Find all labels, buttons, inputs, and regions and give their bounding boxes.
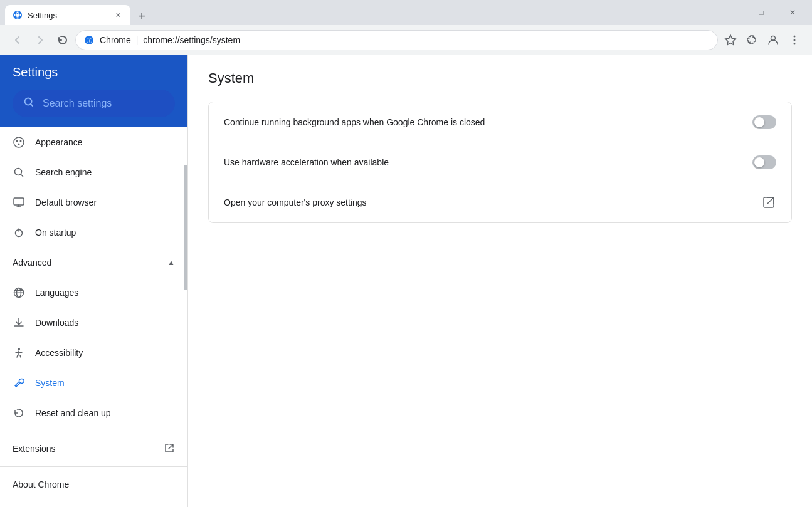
sidebar-item-accessibility[interactable]: Accessibility [0,338,187,368]
advanced-label: Advanced [13,258,157,268]
url-host: Chrome [100,35,131,45]
wrench-icon [13,377,25,389]
tab-title: Settings [28,11,108,20]
hardware-acceleration-row: Use hardware acceleration when available [209,142,791,182]
extensions-external-icon [164,442,175,456]
svg-point-9 [16,140,18,142]
page-title: System [208,70,792,86]
power-icon [13,226,25,239]
extensions-puzzle-button[interactable] [742,30,762,50]
svg-point-4 [794,35,796,37]
background-apps-toggle[interactable] [752,115,776,129]
search-wrapper[interactable] [13,90,175,117]
url-divider: | [136,35,139,45]
active-tab[interactable]: Settings ✕ [5,5,130,25]
download-icon [13,316,25,329]
svg-text:ⓘ: ⓘ [87,38,92,44]
proxy-settings-row[interactable]: Open your computer's proxy settings [209,182,791,222]
svg-point-10 [20,140,22,142]
sidebar-title: Settings [13,65,58,79]
search-input[interactable] [43,98,168,109]
palette-icon [13,136,25,149]
extensions-label: Extensions [13,444,159,454]
sidebar-item-downloads[interactable]: Downloads [0,308,187,338]
address-bar[interactable]: ⓘ Chrome | chrome://settings/system [75,30,718,50]
languages-label: Languages [35,288,78,298]
accessibility-label: Accessibility [35,348,83,358]
sidebar-item-reset[interactable]: Reset and clean up [0,398,187,428]
advanced-section-header[interactable]: Advanced ▲ [0,248,187,278]
browser-frame: Settings ✕ + ─ □ ✕ ⓘ Chrome | [0,0,812,507]
reset-label: Reset and clean up [35,408,111,418]
close-button[interactable]: ✕ [778,3,807,23]
accessibility-icon [13,347,25,359]
bookmark-button[interactable] [720,30,741,50]
system-label: System [35,378,65,388]
sidebar-scrollbar-thumb[interactable] [184,165,187,290]
svg-point-17 [18,348,20,350]
toggle-knob [754,117,764,127]
person-icon [767,34,779,46]
url-path: chrome://settings/system [143,35,240,45]
sidebar-title-area: Settings [0,55,187,80]
star-icon [724,34,737,46]
reload-button[interactable] [53,30,73,50]
toggle-knob-2 [754,157,764,167]
sidebar-nav: Appearance Search engine Default browser [0,127,187,499]
svg-point-6 [794,43,796,44]
sidebar-item-extensions[interactable]: Extensions [0,434,187,464]
background-apps-text: Continue running background apps when Go… [224,117,752,127]
proxy-external-link-icon [761,195,776,210]
system-settings-card: Continue running background apps when Go… [208,102,792,223]
forward-icon [34,34,46,46]
sidebar: Settings Appearance [0,55,188,507]
sidebar-item-about[interactable]: About Chrome [0,469,187,499]
back-icon [11,34,24,46]
hardware-acceleration-toggle-wrapper [752,155,776,169]
background-apps-row: Continue running background apps when Go… [209,102,791,142]
proxy-settings-text: Open your computer's proxy settings [224,197,761,207]
sidebar-item-appearance[interactable]: Appearance [0,127,187,157]
sidebar-item-search-engine[interactable]: Search engine [0,157,187,187]
sidebar-item-system[interactable]: System [0,368,187,398]
profile-button[interactable] [763,30,783,50]
window-controls: ─ □ ✕ [715,3,807,23]
on-startup-label: On startup [35,227,76,238]
search-engine-label: Search engine [35,167,92,177]
sidebar-header-area: Settings [0,55,187,127]
about-label: About Chrome [13,479,69,489]
tab-bar: Settings ✕ + [5,0,710,25]
svg-point-8 [14,137,24,147]
main-area: Settings Appearance [0,55,812,507]
menu-button[interactable] [784,30,804,50]
security-icon: ⓘ [83,34,95,46]
tab-close-button[interactable]: ✕ [113,10,123,20]
new-tab-button[interactable]: + [133,8,150,25]
sidebar-divider [0,431,187,431]
maximize-button[interactable]: □ [747,3,776,23]
title-bar: Settings ✕ + ─ □ ✕ [0,0,812,25]
appearance-label: Appearance [35,137,83,147]
more-vert-icon [788,34,801,46]
hardware-acceleration-toggle[interactable] [752,155,776,169]
monitor-icon [13,196,25,209]
chevron-up-icon: ▲ [167,258,175,267]
reload-icon [56,34,69,46]
search-icon [23,96,35,112]
nav-actions [720,30,804,50]
history-icon [13,407,25,419]
back-button[interactable] [8,30,28,50]
globe-icon [13,286,25,299]
background-apps-toggle-wrapper [752,115,776,129]
navigation-bar: ⓘ Chrome | chrome://settings/system [0,25,812,55]
forward-button[interactable] [30,30,50,50]
svg-point-11 [18,144,20,145]
downloads-label: Downloads [35,318,78,328]
sidebar-item-on-startup[interactable]: On startup [0,217,187,248]
sidebar-item-languages[interactable]: Languages [0,278,187,308]
lock-icon: ⓘ [84,35,94,45]
minimize-button[interactable]: ─ [715,3,744,23]
sidebar-divider-2 [0,466,187,467]
svg-point-5 [794,39,796,41]
sidebar-item-default-browser[interactable]: Default browser [0,187,187,217]
